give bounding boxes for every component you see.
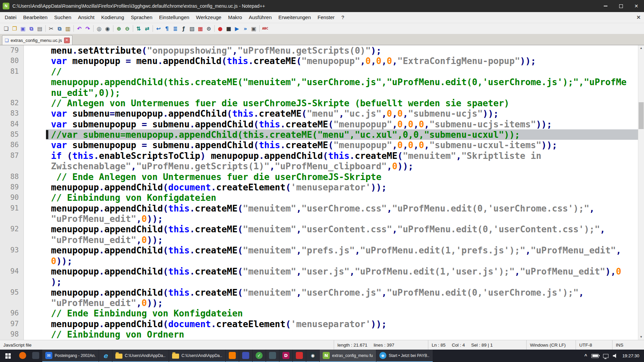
macro-run-multiple-icon[interactable]: » <box>241 24 250 33</box>
code-line[interactable]: 81// <box>0 66 638 77</box>
new-file-icon[interactable]: ❏ <box>2 24 10 33</box>
task-notepadpp[interactable]: Nextras_config_menu fu... <box>320 350 376 362</box>
paste-icon[interactable]: ▥ <box>64 24 72 33</box>
code-area[interactable]: 79menu.setAttribute("onpopupshowing","uP… <box>0 45 638 340</box>
line-number[interactable]: 90 <box>0 192 19 203</box>
app-red-icon[interactable] <box>293 350 306 362</box>
tab-extras-config-menu[interactable]: ❏ extras_config_menu.uc.js ✕ <box>2 35 72 45</box>
code-line[interactable]: 95menupopup.appendChild(this.createME("m… <box>0 287 638 298</box>
code-line[interactable]: 88 // Ende Anlegen von Untermenues fuer … <box>0 172 638 182</box>
line-number[interactable]: 96 <box>0 308 19 318</box>
code-line[interactable]: 94menupopup.appendChild(this.createME("m… <box>0 266 638 277</box>
minimize-button[interactable] <box>598 0 613 12</box>
task-browser-payback[interactable]: eStart • Jetzt bei PAYB... <box>376 350 433 362</box>
zoom-out-icon[interactable]: ⊖ <box>123 24 131 33</box>
tab-close-icon[interactable]: ✕ <box>64 38 70 43</box>
tray-expand-icon[interactable]: ^ <box>584 353 587 359</box>
menu-item-datei[interactable]: Datei <box>1 12 20 23</box>
menu-item-suchen[interactable]: Suchen <box>51 12 75 23</box>
macro-play-icon[interactable]: ▶ <box>233 24 241 33</box>
code-line[interactable]: nu_edit",0)); <box>0 87 638 98</box>
code-line[interactable]: 83var submenu=menupopup.appendChild(this… <box>0 108 638 119</box>
menu-item-fenster[interactable]: Fenster <box>314 12 338 23</box>
line-number[interactable]: 87 <box>0 150 19 161</box>
app-d-icon[interactable]: D <box>279 350 292 362</box>
line-number[interactable]: 98 <box>0 329 19 340</box>
show-all-characters-icon[interactable]: ¶ <box>163 24 171 33</box>
word-wrap-icon[interactable]: ↩ <box>154 24 163 33</box>
menu-item-einstellungen[interactable]: Einstellungen <box>156 12 193 23</box>
line-number[interactable]: 93 <box>0 245 19 255</box>
function-list-icon[interactable]: ƒ <box>179 24 188 33</box>
line-number[interactable]: 83 <box>0 108 19 119</box>
code-line[interactable]: 96// Ende Einbindung von Konfigdateien <box>0 308 638 318</box>
macro-record-icon[interactable]: ● <box>216 24 224 33</box>
close-button[interactable]: ✕ <box>629 0 644 12</box>
menu-item-makro[interactable]: Makro <box>225 12 246 23</box>
print-icon[interactable]: ▤ <box>36 24 44 33</box>
line-number[interactable]: 81 <box>0 66 19 77</box>
code-line[interactable]: "uProfMenu_edit",0)); <box>0 235 638 245</box>
code-line[interactable]: 82// Anlegen von Untermenues fuer die us… <box>0 98 638 108</box>
line-number[interactable]: 86 <box>0 140 19 150</box>
code-line[interactable]: 92menupopup.appendChild(this.createME("m… <box>0 224 638 234</box>
menu-item-ansicht[interactable]: Ansicht <box>74 12 98 23</box>
line-number[interactable]: 82 <box>0 98 19 108</box>
replace-icon[interactable]: ◉ <box>103 24 112 33</box>
doc-map-icon[interactable]: ▧ <box>188 24 196 33</box>
code-line[interactable]: 80var menupopup = menu.appendChild(this.… <box>0 56 638 66</box>
menu-item-help[interactable]: ? <box>338 12 347 23</box>
code-line[interactable]: 90// Einbindung von Konfigdateien <box>0 192 638 203</box>
menu-item-ausfhren[interactable]: Ausführen <box>246 12 275 23</box>
scroll-down-button[interactable]: ▼ <box>638 334 644 340</box>
zoom-in-icon[interactable]: ⊕ <box>115 24 123 33</box>
code-line[interactable]: ); <box>0 277 638 287</box>
save-all-icon[interactable]: ⧉ <box>27 24 36 33</box>
app-camera-icon[interactable]: ◉ <box>306 350 319 362</box>
code-line[interactable]: 89menupopup.appendChild(document.createE… <box>0 182 638 192</box>
macro-save-icon[interactable]: ▣ <box>250 24 258 33</box>
line-number[interactable]: 91 <box>0 203 19 214</box>
battery-icon[interactable] <box>591 354 599 358</box>
eye-icon[interactable]: ⊙ <box>205 24 213 33</box>
line-number[interactable]: 89 <box>0 182 19 192</box>
macro-stop-icon[interactable]: ■ <box>224 24 233 33</box>
line-number[interactable]: 88 <box>0 172 19 182</box>
menubar-close-icon[interactable]: ✕ <box>636 14 641 20</box>
menu-item-werkzeuge[interactable]: Werkzeuge <box>193 12 225 23</box>
task-mail-posteingang[interactable]: ✉Posteingang - 2002An... <box>42 350 99 362</box>
code-line[interactable]: 79menu.setAttribute("onpopupshowing","uP… <box>0 45 638 56</box>
code-line[interactable]: "uProfMenu_edit",0)); <box>0 214 638 224</box>
app-orange-icon[interactable] <box>226 350 239 362</box>
code-line[interactable]: 98// Einbindung von Ordnern <box>0 329 638 340</box>
code-line[interactable]: Zwischenablage","uProfMenu.getScripts(1)… <box>0 161 638 171</box>
restore-button[interactable] <box>613 0 629 12</box>
line-number[interactable]: 94 <box>0 266 19 277</box>
app-blue-icon[interactable] <box>239 350 252 362</box>
task-explorer-2[interactable]: C:\Users\Andi\AppDa... <box>169 350 225 362</box>
taskbar-clock[interactable]: 19:27:30 <box>622 353 641 358</box>
code-line[interactable]: 85//var submenu=menupopup.appendChild(th… <box>0 129 638 140</box>
save-icon[interactable]: ▣ <box>19 24 27 33</box>
code-line[interactable]: 86var submenupopup = submenu.appendChild… <box>0 140 638 150</box>
open-file-icon[interactable]: ❐ <box>10 24 19 33</box>
line-number[interactable]: 97 <box>0 319 19 329</box>
app-green-icon[interactable]: ✓ <box>253 350 266 362</box>
indent-guide-icon[interactable]: ≣ <box>171 24 179 33</box>
code-line[interactable]: 84var submenupopup = submenu.appendChild… <box>0 119 638 129</box>
undo-icon[interactable]: ↶ <box>75 24 84 33</box>
plugin-icon-red[interactable]: ▦ <box>196 24 205 33</box>
scroll-up-button[interactable]: ▲ <box>638 45 644 51</box>
code-line[interactable]: "uProfMenu_edit",0)); <box>0 298 638 308</box>
find-icon[interactable]: ◎ <box>95 24 103 33</box>
code-line[interactable]: 91menupopup.appendChild(this.createME("m… <box>0 203 638 214</box>
code-line[interactable]: 0)); <box>0 256 638 266</box>
spell-check-icon[interactable]: ABC <box>261 24 269 33</box>
sync-vertical-icon[interactable]: ⇅ <box>135 24 143 33</box>
vertical-scrollbar[interactable]: ▲ ▼ <box>638 45 644 340</box>
cut-icon[interactable]: ✂ <box>47 24 55 33</box>
menu-item-bearbeiten[interactable]: Bearbeiten <box>20 12 51 23</box>
start-button[interactable] <box>0 350 16 362</box>
code-line[interactable]: menupopup.appendChild(this.createME("men… <box>0 77 638 87</box>
app-slate-icon[interactable] <box>266 350 279 362</box>
